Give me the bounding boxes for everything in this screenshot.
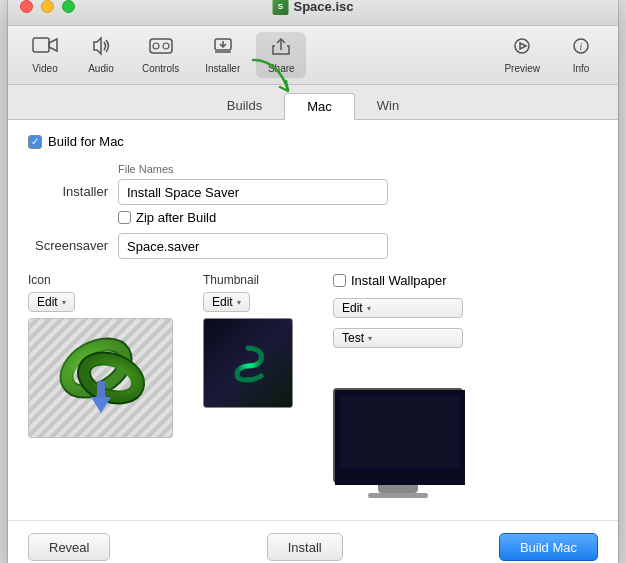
zip-after-build-row: Zip after Build bbox=[118, 210, 598, 225]
thumbnail-label: Thumbnail bbox=[203, 273, 259, 287]
zip-after-build-label: Zip after Build bbox=[136, 210, 216, 225]
screensaver-label: Screensaver bbox=[28, 233, 118, 253]
monitor-base bbox=[368, 493, 428, 498]
bottom-buttons: Reveal Install Build Mac bbox=[8, 520, 618, 563]
file-icon: S bbox=[273, 0, 289, 15]
monitor-svg bbox=[335, 390, 465, 485]
wallpaper-test-arrow: ▾ bbox=[368, 334, 372, 343]
wallpaper-buttons: Edit ▾ Test ▾ bbox=[333, 298, 463, 354]
installer-icon bbox=[212, 36, 234, 61]
icon-edit-arrow: ▾ bbox=[62, 298, 66, 307]
tab-builds[interactable]: Builds bbox=[205, 93, 284, 119]
titlebar: S Space.isc bbox=[8, 0, 618, 26]
thumbnail-col: Thumbnail Edit ▾ bbox=[203, 273, 293, 408]
share-icon bbox=[270, 36, 292, 61]
controls-icon bbox=[148, 36, 174, 61]
monitor-container bbox=[333, 358, 463, 498]
info-icon: i bbox=[570, 36, 592, 61]
thumbnail-preview bbox=[203, 318, 293, 408]
toolbar-preview[interactable]: Preview bbox=[494, 32, 550, 78]
zip-after-build-checkbox[interactable] bbox=[118, 211, 131, 224]
toolbar-share[interactable]: Share bbox=[256, 32, 306, 78]
svg-rect-0 bbox=[33, 38, 49, 52]
toolbar-info[interactable]: i Info bbox=[556, 32, 606, 78]
svg-rect-23 bbox=[343, 398, 457, 467]
screensaver-input[interactable] bbox=[118, 233, 388, 259]
wallpaper-checkbox-row: Install Wallpaper bbox=[333, 273, 463, 288]
preview-icon bbox=[511, 36, 533, 61]
icon-preview bbox=[28, 318, 173, 438]
file-names-section: File Names Installer Zip after Build Scr… bbox=[28, 163, 598, 259]
toolbar-installer[interactable]: Installer bbox=[195, 32, 250, 78]
install-wallpaper-label: Install Wallpaper bbox=[351, 273, 447, 288]
build-mac-button[interactable]: Build Mac bbox=[499, 533, 598, 561]
assets-row: Icon Edit ▾ bbox=[28, 273, 598, 498]
thumbnail-edit-arrow: ▾ bbox=[237, 298, 241, 307]
installer-row: Installer Zip after Build bbox=[28, 179, 598, 225]
reveal-button[interactable]: Reveal bbox=[28, 533, 110, 561]
svg-point-3 bbox=[153, 43, 159, 49]
monitor-preview bbox=[333, 388, 463, 483]
svg-marker-10 bbox=[520, 43, 526, 49]
window-title: S Space.isc bbox=[273, 0, 354, 15]
chain-link-svg bbox=[41, 323, 161, 433]
svg-marker-19 bbox=[91, 397, 111, 413]
video-icon bbox=[32, 36, 58, 61]
wallpaper-col: Install Wallpaper Edit ▾ Test ▾ bbox=[333, 273, 463, 498]
wallpaper-edit-arrow: ▾ bbox=[367, 304, 371, 313]
file-names-section-label: File Names bbox=[118, 163, 598, 175]
build-for-mac-row: ✓ Build for Mac bbox=[28, 134, 598, 149]
icon-col: Icon Edit ▾ bbox=[28, 273, 173, 438]
build-for-mac-label: Build for Mac bbox=[48, 134, 124, 149]
toolbar-video[interactable]: Video bbox=[20, 32, 70, 78]
fullscreen-button[interactable] bbox=[62, 0, 75, 13]
main-window: S Space.isc Video Audio Controls bbox=[8, 0, 618, 563]
svg-point-4 bbox=[163, 43, 169, 49]
toolbar: Video Audio Controls Installer Share bbox=[8, 26, 618, 85]
thumbnail-logo bbox=[223, 338, 273, 388]
svg-marker-1 bbox=[49, 39, 57, 51]
screensaver-right bbox=[118, 233, 598, 259]
tab-win[interactable]: Win bbox=[355, 93, 421, 119]
thumbnail-edit-dropdown[interactable]: Edit ▾ bbox=[203, 292, 250, 312]
svg-rect-20 bbox=[97, 381, 105, 398]
tabs-row: Builds Mac Win bbox=[8, 85, 618, 120]
installer-input[interactable] bbox=[118, 179, 388, 205]
traffic-lights bbox=[20, 0, 75, 13]
installer-right: Zip after Build bbox=[118, 179, 598, 225]
toolbar-audio[interactable]: Audio bbox=[76, 32, 126, 78]
content-area: ✓ Build for Mac File Names Installer Zip… bbox=[8, 120, 618, 520]
wallpaper-test-dropdown[interactable]: Test ▾ bbox=[333, 328, 463, 348]
audio-icon bbox=[90, 36, 112, 61]
wallpaper-edit-dropdown[interactable]: Edit ▾ bbox=[333, 298, 463, 318]
close-button[interactable] bbox=[20, 0, 33, 13]
build-for-mac-checkbox[interactable]: ✓ bbox=[28, 135, 42, 149]
install-button[interactable]: Install bbox=[267, 533, 343, 561]
install-wallpaper-checkbox[interactable] bbox=[333, 274, 346, 287]
toolbar-controls[interactable]: Controls bbox=[132, 32, 189, 78]
screensaver-row: Screensaver bbox=[28, 233, 598, 259]
installer-label: Installer bbox=[28, 179, 118, 199]
svg-text:i: i bbox=[580, 41, 583, 52]
icon-edit-dropdown[interactable]: Edit ▾ bbox=[28, 292, 75, 312]
tab-mac[interactable]: Mac bbox=[284, 93, 355, 120]
icon-label: Icon bbox=[28, 273, 51, 287]
minimize-button[interactable] bbox=[41, 0, 54, 13]
